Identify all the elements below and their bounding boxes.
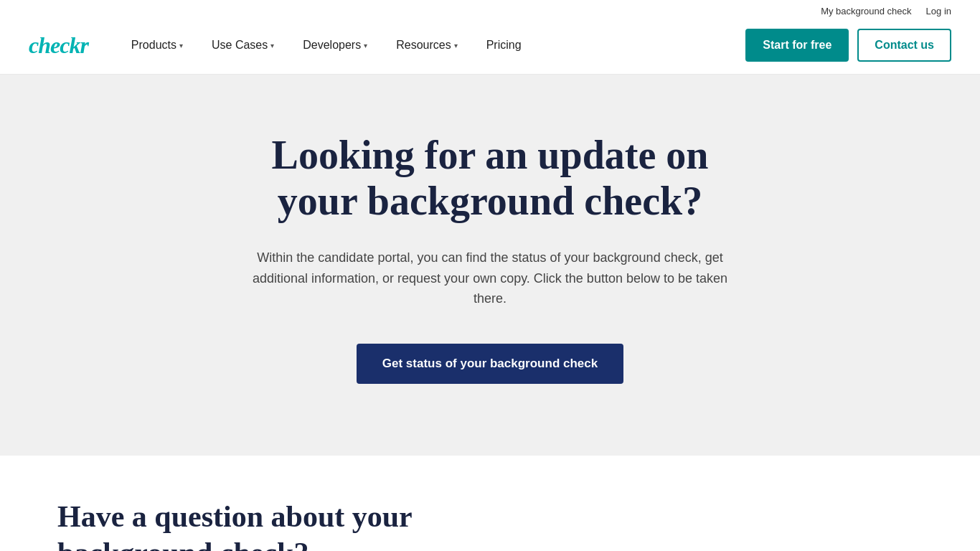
main-nav: Products ▾ Use Cases ▾ Developers ▾ Reso… bbox=[131, 39, 745, 52]
hero-title: Looking for an update on your background… bbox=[232, 132, 748, 225]
hero-description: Within the candidate portal, you can fin… bbox=[246, 248, 734, 309]
header-main: checkr Products ▾ Use Cases ▾ Developers… bbox=[0, 17, 980, 74]
site-header: My background check Log in checkr Produc… bbox=[0, 0, 980, 75]
contact-us-button[interactable]: Contact us bbox=[857, 29, 951, 62]
faq-title: Have a question about your background ch… bbox=[57, 499, 560, 551]
hero-section: Looking for an update on your background… bbox=[0, 75, 980, 456]
chevron-down-icon: ▾ bbox=[179, 42, 183, 50]
header-actions: Start for free Contact us bbox=[745, 29, 951, 62]
resources-nav[interactable]: Resources ▾ bbox=[396, 39, 457, 52]
login-link[interactable]: Log in bbox=[926, 6, 951, 17]
faq-section: Have a question about your background ch… bbox=[0, 456, 980, 551]
developers-nav[interactable]: Developers ▾ bbox=[303, 39, 367, 52]
header-top-bar: My background check Log in bbox=[0, 0, 980, 17]
logo[interactable]: checkr bbox=[29, 32, 88, 59]
chevron-down-icon: ▾ bbox=[454, 42, 458, 50]
chevron-down-icon: ▾ bbox=[364, 42, 367, 50]
get-status-button[interactable]: Get status of your background check bbox=[357, 344, 623, 384]
chevron-down-icon: ▾ bbox=[270, 42, 274, 50]
use-cases-nav[interactable]: Use Cases ▾ bbox=[212, 39, 274, 52]
products-nav[interactable]: Products ▾ bbox=[131, 39, 183, 52]
start-for-free-button[interactable]: Start for free bbox=[745, 29, 849, 62]
my-background-check-link[interactable]: My background check bbox=[821, 6, 911, 17]
pricing-nav[interactable]: Pricing bbox=[486, 39, 522, 52]
